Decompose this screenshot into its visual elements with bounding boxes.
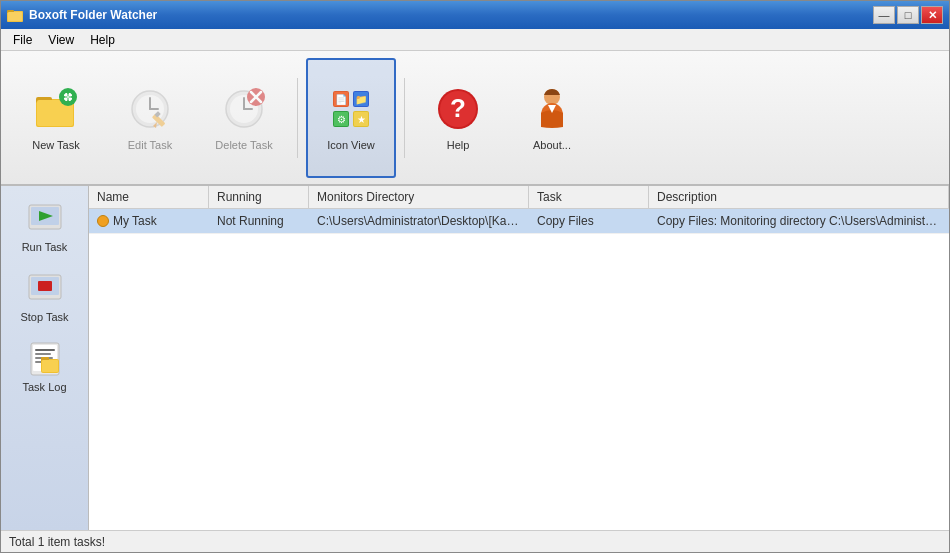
svg-rect-2 [8,12,22,21]
icon-view-icon: 📄 📁 ⚙ ★ [327,85,375,133]
about-icon [528,85,576,133]
table-header: Name Running Monitors Directory Task Des… [89,186,949,209]
cell-name: My Task [89,211,209,231]
svg-rect-53 [35,353,51,355]
stop-task-button[interactable]: Stop Task [7,264,83,330]
svg-rect-12 [65,96,72,97]
menu-file[interactable]: File [5,31,40,49]
svg-rect-52 [35,349,55,351]
close-button[interactable]: ✕ [921,6,943,24]
table-body: My Task Not Running C:\Users\Administrat… [89,209,949,530]
cell-task: Copy Files [529,211,649,231]
delete-task-button[interactable]: Delete Task [199,58,289,178]
new-task-label: New Task [32,139,79,151]
col-running[interactable]: Running [209,186,309,208]
title-bar: Boxoft Folder Watcher — □ ✕ [1,1,949,29]
status-bar: Total 1 item tasks! [1,530,949,552]
delete-task-label: Delete Task [215,139,272,151]
cell-running: Not Running [209,211,309,231]
svg-text:★: ★ [357,114,366,125]
app-icon [7,7,23,23]
minimize-button[interactable]: — [873,6,895,24]
menu-view[interactable]: View [40,31,82,49]
svg-text:⚙: ⚙ [337,114,346,125]
menu-bar: File View Help [1,29,949,51]
title-bar-controls: — □ ✕ [873,6,943,24]
svg-text:?: ? [450,93,466,123]
col-description[interactable]: Description [649,186,949,208]
stop-task-icon [27,271,63,307]
edit-task-button[interactable]: Edit Task [105,58,195,178]
col-task[interactable]: Task [529,186,649,208]
maximize-button[interactable]: □ [897,6,919,24]
about-button[interactable]: About... [507,58,597,178]
help-label: Help [447,139,470,151]
run-task-icon [27,201,63,237]
toolbar-separator-1 [297,78,298,158]
table-area: Name Running Monitors Directory Task Des… [89,186,949,530]
col-monitors[interactable]: Monitors Directory [309,186,529,208]
stop-task-label: Stop Task [20,311,68,323]
svg-text:📁: 📁 [355,93,368,106]
delete-task-icon [220,85,268,133]
task-log-label: Task Log [22,381,66,393]
row-indicator [97,215,109,227]
icon-view-button[interactable]: 📄 📁 ⚙ ★ Icon View [306,58,396,178]
edit-task-label: Edit Task [128,139,172,151]
edit-task-icon [126,85,174,133]
window-title: Boxoft Folder Watcher [29,8,157,22]
toolbar-separator-2 [404,78,405,158]
run-task-label: Run Task [22,241,68,253]
icon-view-label: Icon View [327,139,375,151]
new-task-button[interactable]: New Task [11,58,101,178]
title-bar-left: Boxoft Folder Watcher [7,7,157,23]
task-log-icon [27,341,63,377]
svg-text:📄: 📄 [335,93,348,106]
svg-rect-58 [42,360,58,372]
help-button[interactable]: ? Help [413,58,503,178]
help-icon: ? [434,85,482,133]
cell-monitors: C:\Users\Administrator\Desktop\[Kawak... [309,211,529,231]
main-content: Run Task Stop Task [1,186,949,530]
status-text: Total 1 item tasks! [9,535,105,549]
svg-rect-49 [38,281,52,291]
cell-description: Copy Files: Monitoring directory C:\User… [649,211,949,231]
about-label: About... [533,139,571,151]
task-log-button[interactable]: Task Log [7,334,83,400]
new-task-icon [32,85,80,133]
sidebar: Run Task Stop Task [1,186,89,530]
menu-help[interactable]: Help [82,31,123,49]
table-row[interactable]: My Task Not Running C:\Users\Administrat… [89,209,949,234]
col-name[interactable]: Name [89,186,209,208]
main-window: Boxoft Folder Watcher — □ ✕ File View He… [0,0,950,553]
run-task-button[interactable]: Run Task [7,194,83,260]
toolbar: New Task Edit Task [1,51,949,186]
